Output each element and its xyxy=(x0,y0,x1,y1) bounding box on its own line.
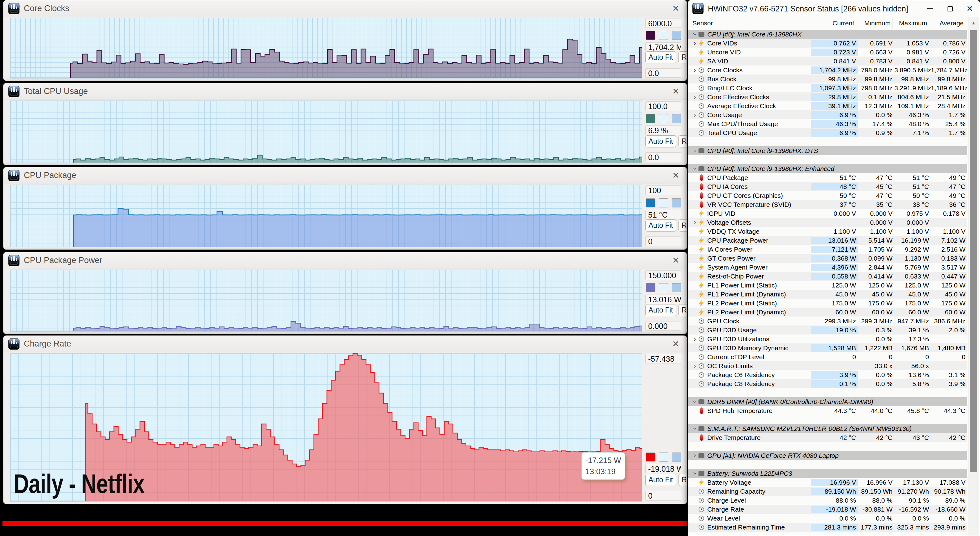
grid-color-swatch[interactable] xyxy=(672,283,681,292)
series-color-swatch[interactable] xyxy=(646,283,655,292)
sensor-row[interactable]: › Estimated Remaining Time 281.3 mins 17… xyxy=(688,523,967,532)
titlebar-cpu-package-power[interactable]: CPU Package Power ✕ xyxy=(3,252,687,269)
sensor-row[interactable]: › GPU D3D Utilizations 0.0 % 17.3 % xyxy=(688,335,967,343)
grid-color-swatch[interactable] xyxy=(672,114,681,123)
background-color-swatch[interactable] xyxy=(659,283,668,292)
sensor-row[interactable]: › Core VIDs 0.762 V 0.691 V 1.053 V 0.78… xyxy=(688,39,967,48)
sensor-row[interactable]: › iGPU VID 0.000 V 0.000 V 0.975 V 0.178… xyxy=(688,209,967,218)
graph-area-cpu-package-power[interactable] xyxy=(10,270,642,332)
sensor-row[interactable]: › GT Cores Power 0.368 W 0.099 W 1.130 W… xyxy=(688,254,967,263)
sensor-row[interactable]: › Bus Clock 99.8 MHz 99.8 MHz 99.8 MHz 9… xyxy=(688,75,967,84)
expand-chevron-icon[interactable]: › xyxy=(692,67,698,73)
titlebar-charge-rate[interactable]: Charge Rate ✕ xyxy=(3,336,687,352)
sensor-row[interactable]: › PL2 Power Limit (Dynamic) 60.0 W 60.0 … xyxy=(688,308,967,317)
current-value-field[interactable]: 13.016 W xyxy=(645,295,681,304)
sensor-row[interactable]: › Rest-of-Chip Power 0.558 W 0.414 W 0.6… xyxy=(688,272,967,281)
titlebar-core-clocks[interactable]: Core Clocks ✕ xyxy=(3,0,687,17)
sensor-row[interactable]: › Remaining Capacity 89.150 Wh 89.150 Wh… xyxy=(688,487,967,496)
sensor-row[interactable]: › OC Ratio Limits 33.0 x 56.0 x xyxy=(688,362,967,370)
close-icon[interactable]: ✕ xyxy=(672,255,679,265)
close-button[interactable]: ✕ xyxy=(960,0,980,17)
scale-min-field[interactable]: 0 xyxy=(645,491,681,501)
reset-button[interactable]: Reset xyxy=(678,51,687,63)
sensor-row[interactable]: › GPU D3D Usage 19.0 % 0.3 % 39.1 % 2.0 … xyxy=(688,325,967,335)
scale-min-field[interactable]: 0.000 xyxy=(645,321,681,331)
auto-fit-button[interactable]: Auto Fit xyxy=(645,135,676,147)
sensor-group-row[interactable]: › GPU [#1]: NVIDIA GeForce RTX 4080 Lapt… xyxy=(688,451,967,460)
scale-max-field[interactable]: 100 xyxy=(645,186,681,195)
series-color-swatch[interactable] xyxy=(646,114,655,123)
sensor-row[interactable]: › GPU D3D Memory Dynamic 1,528 MB 1,222 … xyxy=(688,343,967,352)
expand-chevron-icon[interactable]: › xyxy=(692,336,698,342)
sensor-row[interactable]: › Max CPU/Thread Usage 46.3 % 17.4 % 48.… xyxy=(688,119,967,128)
column-header-average[interactable]: Average xyxy=(929,17,966,29)
collapse-chevron-icon[interactable]: › xyxy=(692,471,698,477)
titlebar-total-cpu-usage[interactable]: Total CPU Usage ✕ xyxy=(3,83,687,100)
close-icon[interactable]: ✕ xyxy=(672,3,679,14)
grid-color-swatch[interactable] xyxy=(672,31,681,40)
sensor-row[interactable]: › CPU Package Power 13.016 W 5.514 W 16.… xyxy=(688,236,967,245)
auto-fit-button[interactable]: Auto Fit xyxy=(645,474,676,486)
column-header-minimum[interactable]: Minimum xyxy=(856,17,892,29)
scale-max-field[interactable]: 100.0 xyxy=(645,101,681,111)
sensor-row[interactable]: › VR VCC Temperature (SVID) 37 °C 35 °C … xyxy=(688,200,967,209)
grid-color-swatch[interactable] xyxy=(672,452,681,461)
scrollbar-thumb[interactable] xyxy=(970,30,977,472)
sensor-row[interactable]: › SPD Hub Temperature 44.3 °C 44.0 °C 45… xyxy=(688,406,967,415)
series-color-swatch[interactable] xyxy=(646,31,655,40)
reset-button[interactable]: Reset xyxy=(678,304,687,316)
scroll-up-icon[interactable]: ▲ xyxy=(968,17,979,28)
sensor-group-row[interactable]: › DDR5 DIMM [#0] (BANK 0/Controller0-Cha… xyxy=(688,397,967,406)
current-value-field[interactable]: 51 °C xyxy=(645,210,681,220)
video-progress-bar[interactable] xyxy=(3,521,687,526)
scale-max-field[interactable]: 150.000 xyxy=(645,271,681,280)
expand-chevron-icon[interactable]: › xyxy=(692,40,698,46)
sensor-row[interactable]: › Wear Level 0.0 % 0.0 % 0.0 % 0.0 % xyxy=(688,514,967,523)
series-color-swatch[interactable] xyxy=(646,198,655,208)
sensor-row[interactable]: › Package C8 Residency 0.1 % 0.0 % 5.8 %… xyxy=(688,379,967,388)
column-header-maximum[interactable]: Maximum xyxy=(892,17,929,29)
current-value-field[interactable]: -19.018 W xyxy=(645,464,681,474)
titlebar-cpu-package[interactable]: CPU Package ✕ xyxy=(3,167,687,184)
sensor-row[interactable]: › Package C6 Residency 3.9 % 0.0 % 13.6 … xyxy=(688,370,967,379)
sensor-row[interactable]: › GPU Clock 299.3 MHz 299.3 MHz 947.7 MH… xyxy=(688,317,967,325)
expand-chevron-icon[interactable]: › xyxy=(692,363,698,369)
sensor-group-row[interactable]: › CPU [#0]: Intel Core i9-13980HX: DTS xyxy=(688,146,967,155)
sensor-row[interactable]: › Current cTDP Level 0 0 0 0 xyxy=(688,352,967,362)
scale-min-field[interactable]: 0.0 xyxy=(645,152,681,162)
expand-chevron-icon[interactable]: › xyxy=(692,112,698,118)
column-header-sensor[interactable]: Sensor xyxy=(688,17,809,29)
collapse-chevron-icon[interactable]: › xyxy=(692,426,698,432)
sensor-scrollbar[interactable]: ▲ xyxy=(968,17,979,536)
reset-button[interactable]: Reset xyxy=(678,474,687,486)
background-color-swatch[interactable] xyxy=(659,198,668,208)
sensor-row[interactable]: › System Agent Power 4.396 W 2.844 W 5.7… xyxy=(688,263,967,272)
minimize-button[interactable] xyxy=(920,0,940,17)
sensor-row[interactable]: › Core Usage 6.9 % 0.0 % 46.3 % 1.7 % xyxy=(688,110,967,119)
expand-chevron-icon[interactable]: › xyxy=(692,219,698,226)
graph-area-total-cpu-usage[interactable] xyxy=(10,100,642,163)
sensor-row[interactable]: › CPU Package 51 °C 47 °C 51 °C 49 °C xyxy=(688,173,967,182)
collapse-chevron-icon[interactable]: › xyxy=(692,31,698,37)
auto-fit-button[interactable]: Auto Fit xyxy=(645,304,676,316)
close-icon[interactable]: ✕ xyxy=(672,170,679,181)
current-value-field[interactable]: 1,704.2 MHz xyxy=(645,42,681,52)
sensor-row[interactable]: › Charge Level 88.0 % 88.0 % 90.1 % 89.0… xyxy=(688,496,967,505)
sensor-row[interactable]: › Drive Temperature 42 °C 42 °C 43 °C 42… xyxy=(688,433,967,442)
reset-button[interactable]: Reset xyxy=(678,219,687,232)
scale-min-field[interactable]: 0.0 xyxy=(645,68,681,78)
close-icon[interactable]: ✕ xyxy=(672,86,679,97)
current-value-field[interactable]: 6.9 % xyxy=(645,125,681,135)
sensor-row[interactable]: › Voltage Offsets 0.000 V 0.000 V xyxy=(688,218,967,227)
sensor-titlebar[interactable]: HWiNFO32 v7.66-5271 Sensor Status [266 v… xyxy=(688,0,980,17)
sensor-row[interactable]: › PL1 Power Limit (Dynamic) 45.0 W 45.0 … xyxy=(688,290,967,299)
collapse-chevron-icon[interactable]: › xyxy=(692,166,698,172)
sensor-group-row[interactable]: › CPU [#0]: Intel Core i9-13980HX: Enhan… xyxy=(688,164,967,173)
grid-color-swatch[interactable] xyxy=(672,198,681,208)
sensor-row[interactable]: › CPU IA Cores 48 °C 45 °C 51 °C 47 °C xyxy=(688,182,967,191)
sensor-row[interactable]: › Total CPU Usage 6.9 % 0.9 % 7.1 % 1.7 … xyxy=(688,128,967,137)
sensor-row[interactable]: › VDDQ TX Voltage 1.100 V 1.100 V 1.100 … xyxy=(688,227,967,236)
sensor-row[interactable]: › Uncore VID 0.723 V 0.663 V 0.981 V 0.7… xyxy=(688,48,967,57)
expand-chevron-icon[interactable]: › xyxy=(692,148,698,154)
graph-area-charge-rate[interactable]: Daily - Netflix-17.215 W13:03:19 xyxy=(10,353,642,502)
